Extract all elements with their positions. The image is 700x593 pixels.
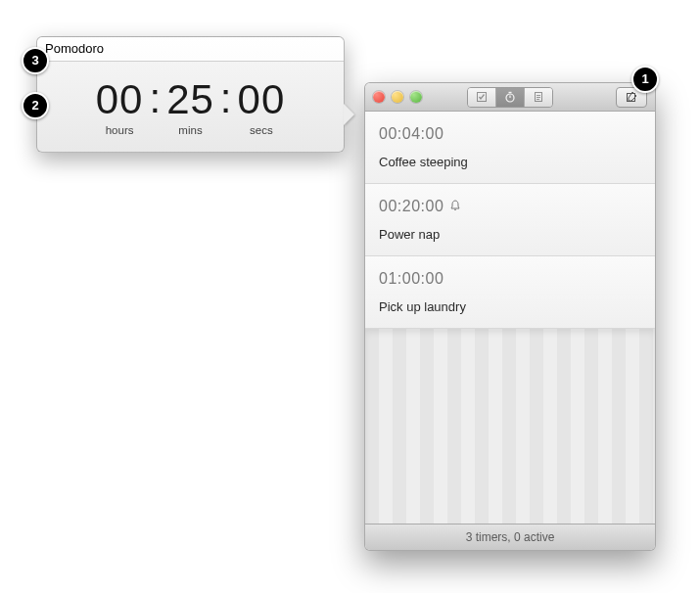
- mins-label: mins: [178, 124, 202, 136]
- timer-row[interactable]: 00:20:00 Power nap: [365, 184, 655, 256]
- timer-name-field[interactable]: Pomodoro: [45, 41, 336, 59]
- timer-editor-popover: Pomodoro 00 hours : 25 mins : 00 secs: [36, 36, 345, 153]
- compose-icon: [626, 91, 637, 103]
- timer-row[interactable]: 00:04:00 Coffee steeping: [365, 112, 655, 184]
- annotation-badge-3: 3: [22, 47, 49, 74]
- timer-time: 01:00:00: [379, 270, 641, 288]
- document-icon: [533, 91, 544, 103]
- time-colon: :: [143, 78, 166, 119]
- tab-reminders[interactable]: [468, 88, 496, 107]
- alarm-icon: [449, 200, 461, 214]
- close-button[interactable]: [373, 91, 385, 103]
- window-titlebar[interactable]: [365, 83, 655, 112]
- time-picker[interactable]: 00 hours : 25 mins : 00 secs: [96, 79, 286, 136]
- tab-notes[interactable]: [525, 88, 552, 107]
- timers-window: 00:04:00 Coffee steeping 00:20:00 Power …: [364, 82, 656, 551]
- timer-time-text: 01:00:00: [379, 270, 443, 288]
- status-bar: 3 timers, 0 active: [365, 524, 655, 550]
- secs-label: secs: [250, 124, 273, 136]
- view-segmented-control: [467, 87, 553, 108]
- mins-segment[interactable]: 25 mins: [166, 79, 214, 136]
- timer-time-text: 00:04:00: [379, 125, 443, 143]
- timer-time-text: 00:20:00: [379, 198, 443, 215]
- timer-label: Power nap: [379, 227, 641, 242]
- svg-rect-2: [509, 92, 512, 93]
- annotation-badge-2: 2: [22, 92, 49, 119]
- status-text: 3 timers, 0 active: [466, 530, 555, 544]
- empty-list-area: [365, 329, 655, 524]
- annotation-badge-1: 1: [631, 66, 659, 93]
- minimize-button[interactable]: [392, 91, 403, 103]
- hours-value: 00: [96, 79, 144, 120]
- svg-rect-3: [536, 93, 542, 102]
- hours-segment[interactable]: 00 hours: [96, 79, 144, 136]
- timer-label: Pick up laundry: [379, 299, 641, 314]
- stopwatch-icon: [504, 91, 516, 103]
- timer-label: Coffee steeping: [379, 155, 641, 169]
- time-colon: :: [214, 78, 238, 119]
- hours-label: hours: [106, 124, 134, 136]
- timer-time: 00:20:00: [379, 198, 641, 215]
- mins-value: 25: [166, 79, 214, 120]
- zoom-button[interactable]: [410, 91, 422, 103]
- checklist-icon: [476, 91, 488, 103]
- timer-list: 00:04:00 Coffee steeping 00:20:00 Power …: [365, 112, 655, 329]
- secs-value: 00: [238, 79, 286, 120]
- tab-timers[interactable]: [496, 88, 525, 107]
- timer-row[interactable]: 01:00:00 Pick up laundry: [365, 256, 655, 329]
- timer-time: 00:04:00: [379, 125, 641, 143]
- secs-segment[interactable]: 00 secs: [238, 79, 286, 136]
